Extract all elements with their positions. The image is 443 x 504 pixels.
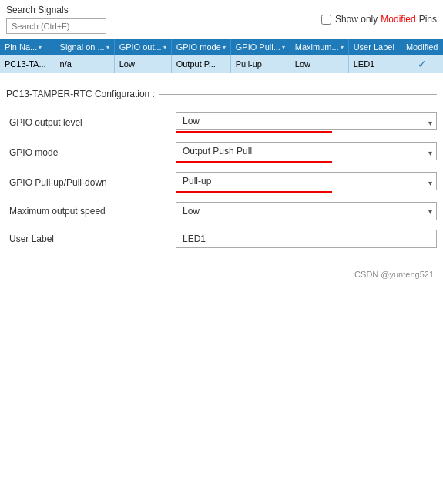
table-cell-1: n/a xyxy=(55,55,114,73)
config-label-1: GPIO mode xyxy=(6,147,176,158)
config-label-3: Maximum output speed xyxy=(6,206,176,217)
table-cell-2: Low xyxy=(114,55,171,73)
col-header-gpio-pull[interactable]: GPIO Pull... ▾ xyxy=(230,39,290,55)
footer-text: CSDN @yunteng521 xyxy=(354,270,434,279)
config-select-2[interactable]: No pull-up and no pull-downPull-upPull-d… xyxy=(176,172,437,190)
show-modified-checkbox[interactable] xyxy=(321,15,331,25)
footer: CSDN @yunteng521 xyxy=(0,264,443,285)
config-row-4: User Label xyxy=(6,230,437,248)
table-header-row: Pin Na... ▾ Signal on ... ▾ GPIO out... … xyxy=(0,39,443,55)
search-signals-title: Search Signals xyxy=(6,5,106,15)
table-cell-3: Output P... xyxy=(171,55,230,73)
pin-table: Pin Na... ▾ Signal on ... ▾ GPIO out... … xyxy=(0,39,443,73)
col-header-max-speed[interactable]: Maximum... ▾ xyxy=(290,39,348,55)
show-modified-label[interactable]: Show only Modified Pins xyxy=(335,14,437,25)
config-row-0: GPIO output levelLowHigh▾ xyxy=(6,112,437,133)
config-label-0: GPIO output level xyxy=(6,117,176,128)
modified-checkmark: ✓ xyxy=(418,58,427,70)
col-header-gpio-out[interactable]: GPIO out... ▾ xyxy=(114,39,171,55)
table-cell-0: PC13-TA... xyxy=(0,55,55,73)
col-header-signal[interactable]: Signal on ... ▾ xyxy=(55,39,114,55)
red-underline xyxy=(176,191,332,193)
config-select-1[interactable]: Output Push PullOutput Open Drain xyxy=(176,142,437,160)
config-row-2: GPIO Pull-up/Pull-downNo pull-up and no … xyxy=(6,172,437,193)
sort-arrow-signal: ▾ xyxy=(106,44,109,51)
col-header-pin-name[interactable]: Pin Na... ▾ xyxy=(0,39,55,55)
col-header-modified[interactable]: Modified xyxy=(401,39,443,55)
table-cell-5: Low xyxy=(290,55,348,73)
config-row-3: Maximum output speedLowMediumHighVery Hi… xyxy=(6,202,437,220)
red-underline xyxy=(176,161,332,163)
config-title-bar: PC13-TAMPER-RTC Configuration : xyxy=(6,89,437,99)
table-cell-4: Pull-up xyxy=(230,55,290,73)
config-label-4: User Label xyxy=(6,234,176,244)
toolbar-left: Search Signals xyxy=(6,5,106,34)
red-underline xyxy=(176,131,332,133)
table-row[interactable]: PC13-TA...n/aLowOutput P...Pull-upLowLED… xyxy=(0,55,443,73)
config-row-1: GPIO modeOutput Push PullOutput Open Dra… xyxy=(6,142,437,163)
col-header-user-label[interactable]: User Label xyxy=(348,39,401,55)
table-cell-6: LED1 xyxy=(348,55,401,73)
show-only-text: Show only xyxy=(335,14,378,25)
config-section: PC13-TAMPER-RTC Configuration : GPIO out… xyxy=(0,89,443,248)
sort-arrow-gpio-mode: ▾ xyxy=(223,44,226,51)
table-cell-modified: ✓ xyxy=(401,55,443,73)
config-input-4[interactable] xyxy=(176,230,437,248)
config-section-title: PC13-TAMPER-RTC Configuration : xyxy=(6,89,155,99)
config-control-3: LowMediumHighVery High▾ xyxy=(176,202,437,220)
pins-text: Pins xyxy=(419,14,437,25)
config-control-1: Output Push PullOutput Open Drain▾ xyxy=(176,142,437,163)
search-input[interactable] xyxy=(6,18,106,34)
config-control-0: LowHigh▾ xyxy=(176,112,437,133)
toolbar-right: Show only Modified Pins xyxy=(321,14,437,25)
sort-arrow-pin: ▾ xyxy=(39,44,42,51)
sort-arrow-max: ▾ xyxy=(341,44,344,51)
col-header-gpio-mode[interactable]: GPIO mode ▾ xyxy=(171,39,230,55)
config-select-0[interactable]: LowHigh xyxy=(176,112,437,130)
sort-arrow-gpio-out: ▾ xyxy=(163,44,166,51)
sort-arrow-gpio-pull: ▾ xyxy=(282,44,285,51)
config-divider-line xyxy=(159,94,437,95)
config-control-4 xyxy=(176,230,437,248)
toolbar: Search Signals Show only Modified Pins xyxy=(0,0,443,39)
config-select-3[interactable]: LowMediumHighVery High xyxy=(176,202,437,220)
config-control-2: No pull-up and no pull-downPull-upPull-d… xyxy=(176,172,437,193)
config-label-2: GPIO Pull-up/Pull-down xyxy=(6,177,176,188)
modified-highlight-text: Modified xyxy=(381,14,415,25)
